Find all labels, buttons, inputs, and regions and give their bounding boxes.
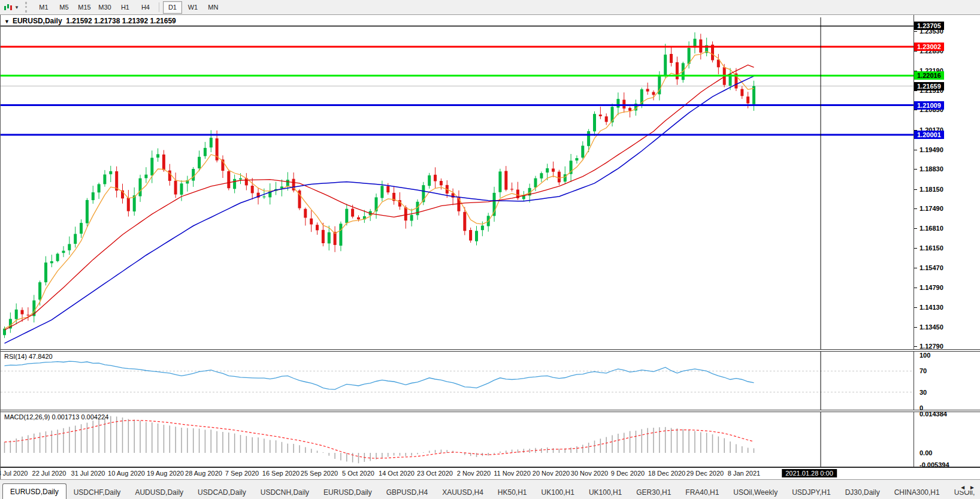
price-tick-mark — [914, 208, 917, 209]
price-level-badge: 1.23002 — [914, 43, 944, 51]
chart-tab-usoil-weekly[interactable]: USOil,Weekly — [726, 485, 785, 499]
timeframe-buttons: M1M5M15M30H1H4D1W1MN — [34, 1, 223, 14]
date-tick-label: 19 Aug 2020 — [147, 470, 184, 477]
price-tick-mark — [914, 268, 917, 268]
date-tick-label: 31 Jul 2020 — [71, 470, 105, 477]
chart-canvas — [1, 15, 980, 468]
price-tick-mark — [914, 288, 917, 288]
date-tick-label: 23 Oct 2020 — [417, 470, 453, 477]
date-tick-label: 5 Oct 2020 — [342, 470, 374, 477]
macd-scale-top: 0.014384 — [919, 410, 947, 418]
timeframe-button-m1[interactable]: M1 — [34, 1, 53, 14]
date-tick-label: 20 Nov 2020 — [533, 470, 570, 477]
price-level-badge: 1.22016 — [914, 71, 944, 80]
price-tick-label: 1.12790 — [919, 343, 943, 350]
date-tick-label: 7 Sep 2020 — [225, 470, 259, 477]
price-level-badge: 1.20001 — [914, 131, 944, 139]
timeframe-button-m5[interactable]: M5 — [55, 1, 74, 14]
date-tick-label: 25 Sep 2020 — [301, 470, 338, 477]
price-tick-label: 1.15470 — [919, 264, 943, 271]
macd-scale-zero: 0.00 — [919, 449, 932, 456]
timeframe-button-h4[interactable]: H4 — [136, 1, 155, 14]
chart-tab-uk100-h1[interactable]: UK100,H1 — [534, 485, 582, 499]
panel-resize-separator[interactable] — [1, 410, 980, 412]
price-tick-label: 1.18830 — [919, 165, 943, 173]
timeframe-button-m30[interactable]: M30 — [95, 1, 114, 14]
trading-terminal-window: ▼ M1M5M15M30H1H4D1W1MN ▼EURUSD,Daily 1.2… — [0, 0, 980, 499]
date-tick-label: 14 Oct 2020 — [379, 470, 415, 477]
timeframe-button-h1[interactable]: H1 — [116, 1, 135, 14]
price-tick-label: 1.16810 — [919, 225, 943, 232]
price-tick-mark — [914, 228, 917, 229]
date-tick-label: 22 Jul 2020 — [32, 470, 66, 477]
price-level-badge: 1.23705 — [914, 22, 944, 30]
price-tick-mark — [914, 307, 917, 308]
timeframe-button-m15[interactable]: M15 — [75, 1, 94, 14]
chevron-down-icon[interactable]: ▼ — [14, 5, 19, 10]
macd-label: MACD(12,26,9) 0.001713 0.004224 — [4, 413, 108, 421]
chart-tab-uk100-h1[interactable]: UK100,H1 — [582, 485, 629, 499]
chart-tab-eurusd-daily[interactable]: EURUSD,Daily — [316, 485, 379, 499]
scroll-left-icon[interactable]: ◄ — [960, 484, 966, 491]
timeframe-button-mn[interactable]: MN — [204, 1, 223, 14]
date-tick-label: 13 Jul 2020 — [0, 470, 28, 477]
chart-tab-dj30-daily[interactable]: DJ30,Daily — [838, 485, 887, 499]
chart-title: ▼EURUSD,Daily 1.21592 1.21738 1.21392 1.… — [4, 17, 176, 25]
price-tick-label: 1.13450 — [919, 323, 943, 331]
chart-window[interactable]: ▼EURUSD,Daily 1.21592 1.21738 1.21392 1.… — [0, 15, 980, 479]
timeframe-button-d1[interactable]: D1 — [163, 1, 182, 14]
date-tick-label: 29 Dec 2020 — [686, 470, 724, 477]
price-level-badge: 1.21659 — [914, 82, 944, 90]
date-tick-label: 2 Nov 2020 — [457, 470, 491, 477]
timeframe-button-w1[interactable]: W1 — [183, 1, 202, 14]
toolbar-grip-handle[interactable] — [25, 2, 30, 13]
indicators-icon[interactable] — [2, 2, 14, 13]
scroll-right-icon[interactable]: ► — [969, 484, 975, 491]
date-tick-label: 16 Sep 2020 — [262, 470, 300, 477]
price-tick-mark — [914, 90, 917, 91]
price-tick-label: 1.19490 — [919, 146, 943, 153]
chart-tab-eurusd-daily[interactable]: EURUSD,Daily — [2, 483, 66, 499]
price-tick-mark — [914, 150, 917, 150]
ohlc-values: 1.21592 1.21738 1.21392 1.21659 — [66, 17, 176, 25]
rsi-scale-label: 70 — [919, 367, 927, 374]
price-tick-mark — [914, 189, 917, 190]
rsi-scale-label: 100 — [919, 352, 930, 359]
price-tick-label: 1.14130 — [919, 304, 943, 311]
time-axis[interactable]: 13 Jul 202022 Jul 202031 Jul 202010 Aug … — [1, 468, 980, 479]
panel-resize-separator[interactable] — [1, 349, 980, 352]
date-tick-label: 28 Aug 2020 — [185, 470, 222, 477]
candlestick-icon — [4, 3, 13, 11]
chart-tab-fra40-h1[interactable]: FRA40,H1 — [678, 485, 726, 499]
chart-tab-xauusd-h4[interactable]: XAUUSD,H4 — [435, 485, 491, 499]
price-tick-mark — [914, 110, 917, 110]
rsi-scale-label: 30 — [919, 389, 927, 396]
chart-tab-ger30-h1[interactable]: GER30,H1 — [629, 485, 678, 499]
vline-date-badge: 2021.01.28 0:00 — [782, 469, 837, 477]
date-tick-label: 8 Jan 2021 — [728, 470, 760, 477]
date-tick-label: 30 Nov 2020 — [571, 470, 608, 477]
date-tick-label: 10 Aug 2020 — [108, 470, 145, 477]
chart-tab-china300-h1[interactable]: CHINA300,H1 — [887, 485, 947, 499]
chart-tab-usdjpy-h1[interactable]: USDJPY,H1 — [785, 485, 837, 499]
rsi-label: RSI(14) 47.8420 — [4, 353, 53, 360]
price-tick-label: 1.18150 — [919, 186, 943, 193]
chart-tab-gbpusd-h4[interactable]: GBPUSD,H4 — [379, 485, 435, 499]
price-level-badge: 1.21009 — [914, 101, 944, 110]
date-tick-label: 9 Dec 2020 — [611, 470, 645, 477]
price-tick-mark — [914, 51, 917, 52]
chart-tab-usdcad-daily[interactable]: USDCAD,Daily — [190, 485, 253, 499]
price-tick-mark — [914, 169, 917, 170]
price-tick-label: 1.14790 — [919, 284, 943, 291]
chart-tab-hk50-h1[interactable]: HK50,H1 — [491, 485, 534, 499]
chart-tab-usdchf-daily[interactable]: USDCHF,Daily — [66, 485, 128, 499]
tab-scroll-arrows: ◄► — [956, 484, 979, 491]
price-tick-mark — [914, 327, 917, 328]
chart-tab-usdcnh-daily[interactable]: USDCNH,Daily — [253, 485, 316, 499]
date-tick-label: 18 Dec 2020 — [648, 470, 685, 477]
collapse-ohlc-icon[interactable]: ▼ — [4, 19, 10, 25]
price-tick-mark — [914, 31, 917, 32]
chart-tab-audusd-daily[interactable]: AUDUSD,Daily — [128, 485, 190, 499]
date-tick-label: 11 Nov 2020 — [494, 470, 531, 477]
toolbar-separator — [159, 2, 159, 12]
